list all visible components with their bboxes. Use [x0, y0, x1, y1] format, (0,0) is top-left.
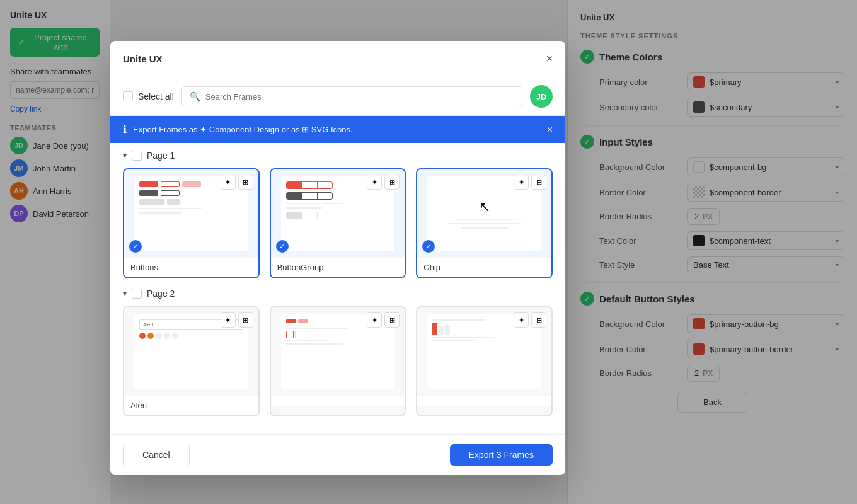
- frame-page2-3[interactable]: ✦ ⊞: [416, 306, 553, 416]
- page2-header: ▾ Page 2: [123, 289, 553, 299]
- svg-icon-5[interactable]: ⊞: [384, 312, 400, 328]
- component-design-icon-4[interactable]: ✦: [221, 312, 236, 328]
- component-design-icon-2[interactable]: ✦: [367, 175, 382, 190]
- page1-checkbox[interactable]: [132, 151, 142, 161]
- frame-buttongroup-check-icon: ✓: [276, 240, 289, 253]
- frame-buttons-icons: ✦ ⊞: [221, 175, 253, 190]
- frame-buttons-check-icon: ✓: [129, 240, 142, 253]
- frame-alert-preview: ✦ ⊞ Alert: [124, 307, 258, 396]
- frame-chip-preview: ✦ ⊞ ↖ ✓: [417, 169, 551, 258]
- frame-page2-3-icons: ✦ ⊞: [514, 312, 546, 328]
- svg-icon[interactable]: ⊞: [238, 175, 253, 190]
- page1-section: ▾ Page 1 ✦ ⊞: [123, 151, 553, 278]
- modal-content: ▾ Page 1 ✦ ⊞: [110, 143, 565, 434]
- select-all-checkbox[interactable]: [123, 91, 133, 101]
- banner-close-button[interactable]: ×: [547, 124, 553, 135]
- modal-footer: Cancel Export 3 Frames: [110, 434, 565, 475]
- frame-chip-icons: ✦ ⊞: [514, 175, 546, 190]
- info-icon: ℹ: [123, 123, 127, 135]
- page1-name: Page 1: [147, 151, 175, 161]
- frame-buttons[interactable]: ✦ ⊞: [123, 168, 260, 278]
- page2-frames-grid: ✦ ⊞ Alert: [123, 306, 553, 416]
- page1-frames-grid: ✦ ⊞: [123, 168, 553, 278]
- frame-page2-2-icons: ✦ ⊞: [367, 312, 400, 328]
- page2-name: Page 2: [147, 289, 175, 299]
- search-icon: 🔍: [190, 91, 200, 101]
- svg-icon-2[interactable]: ⊞: [384, 175, 400, 190]
- cancel-button[interactable]: Cancel: [123, 444, 190, 466]
- modal-header: Unite UX ×: [110, 41, 565, 77]
- frame-alert[interactable]: ✦ ⊞ Alert: [123, 306, 260, 416]
- select-all-label: Select all: [138, 91, 174, 101]
- page2-section: ▾ Page 2 ✦ ⊞ Alert: [123, 289, 553, 416]
- frame-page2-2-name: [271, 396, 405, 406]
- svg-icon-3[interactable]: ⊞: [531, 175, 546, 190]
- select-all-area: Select all: [123, 91, 174, 101]
- frame-buttongroup[interactable]: ✦ ⊞: [270, 168, 406, 278]
- frame-buttongroup-name: ButtonGroup: [271, 258, 405, 277]
- frame-buttons-preview: ✦ ⊞: [124, 169, 258, 258]
- page2-chevron-icon[interactable]: ▾: [123, 289, 127, 298]
- frame-alert-icons: ✦ ⊞: [221, 312, 253, 328]
- modal-toolbar: Select all 🔍 JD: [110, 77, 565, 116]
- user-avatar: JD: [530, 85, 553, 108]
- modal: Unite UX × Select all 🔍 JD ℹ Export Fram…: [110, 41, 565, 475]
- component-design-icon-3[interactable]: ✦: [514, 175, 529, 190]
- page1-chevron-icon[interactable]: ▾: [123, 151, 127, 160]
- frame-page2-2[interactable]: ✦ ⊞: [270, 306, 406, 416]
- frame-buttongroup-preview: ✦ ⊞: [271, 169, 405, 258]
- banner-text: Export Frames as ✦ Component Design or a…: [133, 125, 541, 134]
- modal-close-button[interactable]: ×: [546, 52, 553, 66]
- info-banner: ℹ Export Frames as ✦ Component Design or…: [110, 116, 565, 143]
- component-design-icon-6[interactable]: ✦: [514, 312, 529, 328]
- frame-chip[interactable]: ✦ ⊞ ↖ ✓ Chip: [416, 168, 553, 278]
- export-button[interactable]: Export 3 Frames: [450, 444, 553, 466]
- frame-alert-name: Alert: [124, 396, 258, 415]
- svg-icon-4[interactable]: ⊞: [238, 312, 253, 328]
- frame-page2-2-preview: ✦ ⊞: [271, 307, 405, 396]
- component-design-icon-5[interactable]: ✦: [367, 312, 382, 328]
- frame-page2-3-preview: ✦ ⊞: [417, 307, 551, 396]
- search-input[interactable]: [205, 92, 514, 101]
- frame-buttons-name: Buttons: [124, 258, 258, 277]
- search-box: 🔍: [181, 86, 522, 106]
- svg-icon-6[interactable]: ⊞: [531, 312, 546, 328]
- page2-checkbox[interactable]: [132, 289, 142, 299]
- modal-title: Unite UX: [123, 54, 546, 64]
- frame-chip-name: Chip: [417, 258, 551, 277]
- frame-page2-3-name: [417, 396, 551, 406]
- frame-buttongroup-icons: ✦ ⊞: [367, 175, 400, 190]
- page1-header: ▾ Page 1: [123, 151, 553, 161]
- component-design-icon[interactable]: ✦: [221, 175, 236, 190]
